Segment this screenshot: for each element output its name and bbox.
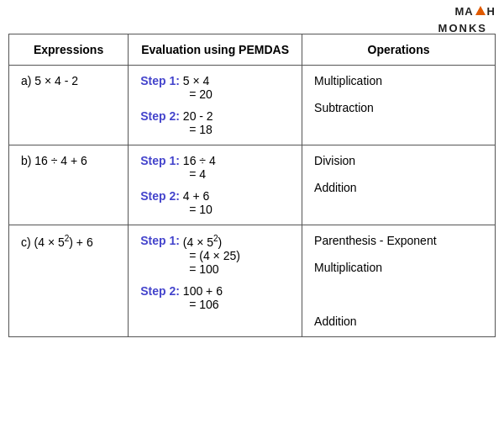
expression-a: a) 5 × 4 - 2 bbox=[9, 66, 129, 145]
step-b2-calc: 4 + 6 bbox=[183, 189, 210, 203]
step-b1-calc: 16 ÷ 4 bbox=[183, 154, 216, 167]
pemdas-c: Step 1: (4 × 52) = (4 × 25) = 100 Step 2… bbox=[129, 225, 302, 337]
operations-c: Parenthesis - Exponent Multiplication Ad… bbox=[302, 225, 496, 337]
logo-th-text: H bbox=[487, 5, 496, 18]
step-a1: Step 1: 5 × 4 = 20 bbox=[140, 74, 290, 101]
table-header-row: Expressions Evaluation using PEMDAS Oper… bbox=[9, 34, 496, 66]
step-c2-calc: 100 + 6 bbox=[183, 284, 223, 298]
step-a2-label: Step 2: bbox=[140, 109, 180, 123]
step-a1-label: Step 1: bbox=[140, 74, 180, 87]
step-a2: Step 2: 20 - 2 = 18 bbox=[140, 109, 290, 136]
step-a2-calc: 20 - 2 bbox=[183, 109, 213, 123]
pemdas-a: Step 1: 5 × 4 = 20 Step 2: 20 - 2 = 18 bbox=[129, 66, 302, 145]
step-a2-result: = 18 bbox=[140, 123, 290, 136]
pemdas-b: Step 1: 16 ÷ 4 = 4 Step 2: 4 + 6 = 10 bbox=[129, 145, 302, 225]
header-expressions: Expressions bbox=[9, 34, 129, 66]
step-c1-calc: (4 × 52) bbox=[183, 234, 222, 249]
table-row-c: c) (4 × 52) + 6 Step 1: (4 × 52) = (4 × … bbox=[9, 225, 496, 337]
step-c1: Step 1: (4 × 52) = (4 × 25) = 100 bbox=[140, 234, 290, 276]
step-c1-extra: = (4 × 25) bbox=[140, 249, 290, 262]
step-a1-result: = 20 bbox=[140, 87, 290, 101]
step-a1-calc: 5 × 4 bbox=[183, 74, 210, 87]
pemdas-table: Expressions Evaluation using PEMDAS Oper… bbox=[8, 34, 496, 337]
op-a2: Subtraction bbox=[314, 101, 483, 114]
operations-b: Division Addition bbox=[302, 145, 496, 225]
step-c2: Step 2: 100 + 6 = 106 bbox=[140, 284, 290, 311]
table-row-b: b) 16 ÷ 4 + 6 Step 1: 16 ÷ 4 = 4 Step 2:… bbox=[9, 145, 496, 225]
step-c2-result: = 106 bbox=[140, 298, 290, 311]
logo-newline: MONKS bbox=[438, 22, 487, 34]
table-container: Expressions Evaluation using PEMDAS Oper… bbox=[0, 0, 504, 346]
op-c2: Multiplication bbox=[314, 261, 483, 274]
step-c1-result2: = 100 bbox=[140, 262, 290, 276]
header-operations: Operations bbox=[302, 34, 496, 66]
step-b2-result: = 10 bbox=[140, 203, 290, 216]
step-c2-label: Step 2: bbox=[140, 284, 180, 298]
op-b2: Addition bbox=[314, 181, 483, 194]
expression-b: b) 16 ÷ 4 + 6 bbox=[9, 145, 129, 225]
step-b2-label: Step 2: bbox=[140, 189, 180, 203]
step-b1: Step 1: 16 ÷ 4 = 4 bbox=[140, 154, 290, 181]
logo-triangle-icon bbox=[475, 6, 486, 15]
op-b1: Division bbox=[314, 154, 483, 167]
op-c3 bbox=[314, 288, 483, 301]
step-b2: Step 2: 4 + 6 = 10 bbox=[140, 189, 290, 216]
logo: MA H MONKS bbox=[454, 5, 496, 18]
op-a1: Multiplication bbox=[314, 74, 483, 87]
expression-c: c) (4 × 52) + 6 bbox=[9, 225, 129, 337]
step-c1-label: Step 1: bbox=[140, 234, 180, 247]
step-b1-label: Step 1: bbox=[140, 154, 180, 167]
operations-a: Multiplication Subtraction bbox=[302, 66, 496, 145]
table-row-a: a) 5 × 4 - 2 Step 1: 5 × 4 = 20 Step 2: … bbox=[9, 66, 496, 145]
step-b1-result: = 4 bbox=[140, 167, 290, 181]
header-pemdas: Evaluation using PEMDAS bbox=[129, 34, 302, 66]
op-c1: Parenthesis - Exponent bbox=[314, 234, 483, 247]
op-c4: Addition bbox=[314, 315, 483, 328]
logo-text: MA bbox=[454, 5, 473, 18]
